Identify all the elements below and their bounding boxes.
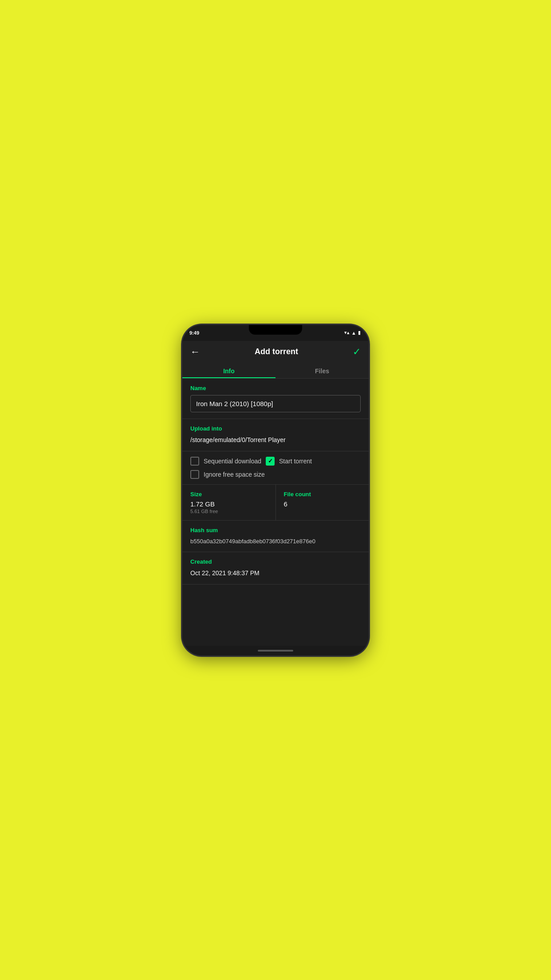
size-value: 1.72 GB [190, 500, 268, 508]
ignore-free-space-checkbox[interactable] [190, 470, 199, 479]
ignore-free-space-label: Ignore free space size [204, 471, 265, 478]
tab-files[interactable]: Files [276, 363, 369, 378]
file-count-label: File count [284, 491, 361, 498]
status-bar: 9:49 ▾▴ ▲ ▮ [182, 325, 369, 341]
created-section: Created Oct 22, 2021 9:48:37 PM [182, 552, 369, 585]
top-bar: ← Add torrent ✓ [182, 341, 369, 363]
start-torrent-checkbox[interactable] [266, 457, 275, 466]
size-label: Size [190, 491, 268, 498]
upload-into-value[interactable]: /storage/emulated/0/Torrent Player [190, 435, 361, 445]
name-section: Name [182, 379, 369, 419]
sequential-download-row: Sequential download Start torrent [190, 457, 361, 466]
battery-icon: ▮ [358, 330, 361, 336]
signal-icon: ▲ [351, 330, 356, 336]
hash-value: b550a0a32b0749abfadb8eb0736f03d271e876e0 [190, 537, 361, 546]
tabs-bar: Info Files [182, 363, 369, 379]
home-bar [182, 646, 369, 656]
confirm-button[interactable]: ✓ [353, 346, 361, 358]
back-button[interactable]: ← [190, 347, 200, 357]
status-time: 9:49 [189, 330, 199, 336]
file-count-cell: File count 6 [276, 485, 369, 520]
checkboxes-section: Sequential download Start torrent Ignore… [182, 451, 369, 485]
home-indicator [258, 650, 293, 652]
hash-label: Hash sum [190, 527, 361, 533]
size-sub: 5.61 GB free [190, 509, 268, 514]
tab-info[interactable]: Info [182, 363, 276, 378]
hash-section: Hash sum b550a0a32b0749abfadb8eb0736f03d… [182, 521, 369, 553]
content-area: Name Upload into /storage/emulated/0/Tor… [182, 379, 369, 646]
status-icons: ▾▴ ▲ ▮ [344, 330, 361, 336]
sequential-download-checkbox[interactable] [190, 457, 199, 466]
wifi-icon: ▾▴ [344, 330, 350, 336]
file-count-value: 6 [284, 500, 361, 508]
name-label: Name [190, 385, 361, 391]
name-input[interactable] [190, 395, 361, 412]
notch [249, 325, 302, 335]
page-title: Add torrent [255, 347, 298, 356]
ignore-free-space-row: Ignore free space size [190, 470, 361, 479]
phone-frame: 9:49 ▾▴ ▲ ▮ ← Add torrent ✓ Info Files N… [182, 325, 369, 656]
upload-into-label: Upload into [190, 425, 361, 432]
created-value: Oct 22, 2021 9:48:37 PM [190, 569, 361, 578]
start-torrent-label: Start torrent [279, 458, 312, 465]
size-filecount-row: Size 1.72 GB 5.61 GB free File count 6 [182, 485, 369, 521]
created-label: Created [190, 558, 361, 565]
sequential-download-label: Sequential download [204, 458, 261, 465]
size-cell: Size 1.72 GB 5.61 GB free [182, 485, 276, 520]
upload-into-section: Upload into /storage/emulated/0/Torrent … [182, 419, 369, 451]
app-content: ← Add torrent ✓ Info Files Name Upload i… [182, 341, 369, 646]
